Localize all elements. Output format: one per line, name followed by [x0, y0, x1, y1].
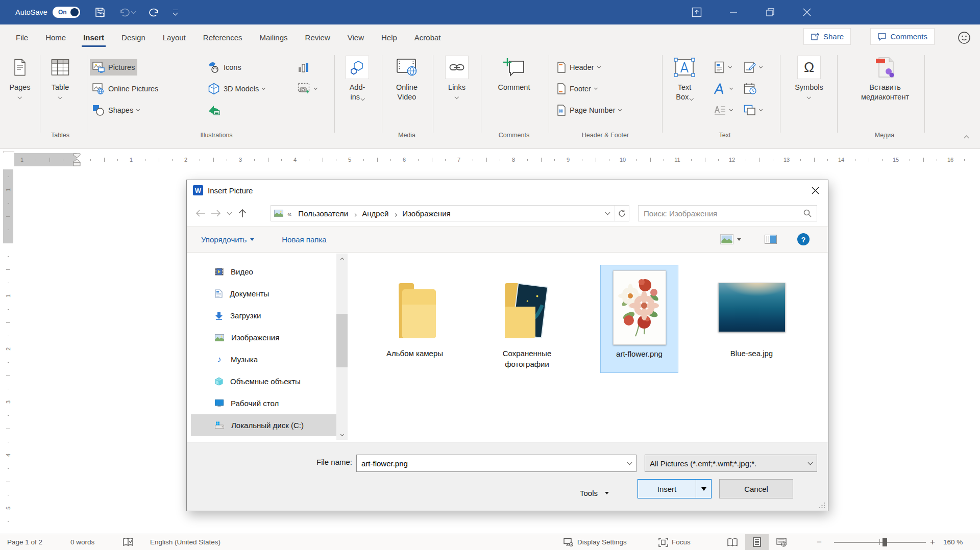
scroll-down-icon[interactable] — [336, 430, 348, 440]
organize-button[interactable]: Упорядочить — [201, 235, 254, 244]
file-tile-camera-album[interactable]: Альбом камеры — [376, 265, 454, 373]
tab-insert[interactable]: Insert — [79, 26, 109, 50]
date-time-icon[interactable] — [741, 81, 760, 97]
breadcrumb-user[interactable]: Андрей — [357, 209, 393, 218]
tab-file[interactable]: File — [11, 26, 33, 50]
tab-acrobat[interactable]: Acrobat — [410, 26, 446, 50]
chart-icon[interactable] — [295, 59, 312, 76]
tab-layout[interactable]: Layout — [158, 26, 190, 50]
word-count[interactable]: 0 words — [70, 534, 94, 550]
horizontal-ruler[interactable]: 112345678910111213141516 — [0, 153, 980, 166]
indent-markers[interactable] — [72, 153, 81, 166]
signature-line-icon[interactable] — [741, 59, 765, 76]
proofing-icon[interactable] — [122, 534, 134, 550]
restore-icon[interactable] — [758, 0, 782, 24]
breadcrumb-overflow[interactable]: « — [283, 209, 293, 218]
quick-parts-icon[interactable] — [712, 59, 734, 76]
pages-button[interactable]: Pages — [5, 54, 35, 98]
comments-button[interactable]: Comments — [870, 28, 935, 45]
sidebar-item-music[interactable]: Музыка — [191, 348, 340, 370]
page-number-button[interactable]: Page Number — [554, 102, 624, 118]
collapse-ribbon-icon[interactable] — [965, 133, 968, 142]
print-layout-icon[interactable] — [745, 534, 769, 550]
tab-view[interactable]: View — [343, 26, 369, 50]
zoom-level[interactable]: 160 % — [943, 534, 963, 550]
read-mode-icon[interactable] — [721, 534, 744, 550]
zoom-slider-track[interactable] — [834, 542, 926, 543]
file-tile-saved-photos[interactable]: Сохраненные фотографии — [488, 265, 566, 373]
web-layout-icon[interactable] — [770, 534, 793, 550]
header-button[interactable]: Header — [554, 59, 603, 76]
breadcrumb-pictures[interactable]: Изображения — [398, 209, 455, 218]
close-icon[interactable] — [795, 0, 819, 24]
symbols-button[interactable]: Symbols — [792, 54, 826, 98]
view-mode-button[interactable] — [720, 234, 741, 244]
insert-button[interactable]: Insert — [638, 479, 712, 498]
insert-media-addin-button[interactable]: Вставить медиаконтент — [849, 54, 921, 102]
undo-icon[interactable] — [119, 7, 135, 17]
tab-mailings[interactable]: Mailings — [255, 26, 292, 50]
feedback-smiley-icon[interactable] — [958, 31, 971, 44]
focus-button[interactable]: Focus — [658, 534, 691, 550]
recent-locations-chevron-icon[interactable] — [224, 206, 235, 221]
insert-split-dropdown[interactable] — [696, 480, 711, 498]
address-bar[interactable]: « Пользователи Андрей Изображения — [271, 205, 629, 221]
sidebar-item-pictures[interactable]: Изображения — [191, 327, 340, 348]
links-button[interactable]: Links — [440, 54, 474, 98]
online-video-button[interactable]: Online Video — [388, 54, 426, 102]
redo-icon[interactable] — [149, 7, 160, 17]
sidebar-item-local-disk-c[interactable]: Локальный диск (C:) — [191, 414, 340, 436]
new-folder-button[interactable]: Новая папка — [282, 235, 326, 244]
sidebar-item-videos[interactable]: Видео — [191, 261, 340, 283]
search-icon[interactable] — [803, 209, 817, 217]
autosave-toggle[interactable]: On — [53, 7, 80, 18]
pictures-button[interactable]: Pictures — [90, 59, 137, 76]
object-icon[interactable] — [741, 102, 765, 118]
language-indicator[interactable]: English (United States) — [150, 534, 220, 550]
file-tile-art-flower[interactable]: art-flower.png — [600, 265, 678, 373]
comment-button[interactable]: Comment — [492, 54, 536, 92]
customize-qat-chevron-icon[interactable] — [173, 10, 178, 15]
scroll-up-icon[interactable] — [336, 254, 348, 263]
text-box-button[interactable]: Text Box — [667, 54, 702, 102]
back-icon[interactable] — [193, 206, 208, 221]
sidebar-item-3d-objects[interactable]: Объемные объекты — [191, 370, 340, 392]
tab-home[interactable]: Home — [41, 26, 70, 50]
tab-review[interactable]: Review — [301, 26, 335, 50]
refresh-icon[interactable] — [615, 206, 629, 221]
page-indicator[interactable]: Page 1 of 2 — [7, 534, 42, 550]
3d-models-button[interactable]: 3D Models — [205, 81, 267, 97]
sidebar-item-desktop[interactable]: Рабочий стол — [191, 392, 340, 414]
footer-button[interactable]: Footer — [554, 81, 600, 97]
address-dropdown-chevron-icon[interactable] — [600, 206, 615, 221]
add-ins-button[interactable]: Add-ins — [340, 54, 375, 102]
smartart-icon[interactable] — [205, 102, 224, 118]
display-settings-button[interactable]: Display Settings — [564, 534, 627, 550]
table-button[interactable]: Table — [45, 54, 76, 98]
dialog-close-icon[interactable] — [803, 181, 827, 199]
icons-button[interactable]: Icons — [205, 59, 244, 76]
tab-references[interactable]: References — [199, 26, 247, 50]
sidebar-scrollbar[interactable] — [336, 254, 348, 440]
save-icon[interactable] — [94, 7, 106, 18]
share-button[interactable]: Share — [803, 28, 851, 45]
minimize-icon[interactable] — [722, 0, 745, 24]
file-tile-blue-sea[interactable]: Blue-sea.jpg — [713, 265, 791, 373]
tools-button[interactable]: Tools — [580, 483, 609, 503]
sidebar-item-documents[interactable]: Документы — [191, 283, 340, 305]
drop-cap-icon[interactable] — [712, 102, 735, 118]
tab-help[interactable]: Help — [377, 26, 402, 50]
file-name-input[interactable] — [357, 459, 623, 468]
sidebar-item-downloads[interactable]: Загрузки — [191, 305, 340, 327]
scrollbar-thumb[interactable] — [336, 314, 348, 367]
ribbon-display-options-icon[interactable] — [685, 0, 708, 24]
zoom-slider-thumb[interactable] — [883, 538, 887, 546]
search-input[interactable] — [639, 209, 803, 218]
tab-design[interactable]: Design — [117, 26, 150, 50]
zoom-in-icon[interactable] — [930, 534, 935, 550]
forward-icon[interactable] — [208, 206, 224, 221]
online-pictures-button[interactable]: Online Pictures — [90, 81, 161, 97]
preview-pane-icon[interactable] — [765, 235, 777, 244]
shapes-button[interactable]: Shapes — [90, 102, 142, 118]
screenshot-icon[interactable] — [295, 81, 320, 97]
